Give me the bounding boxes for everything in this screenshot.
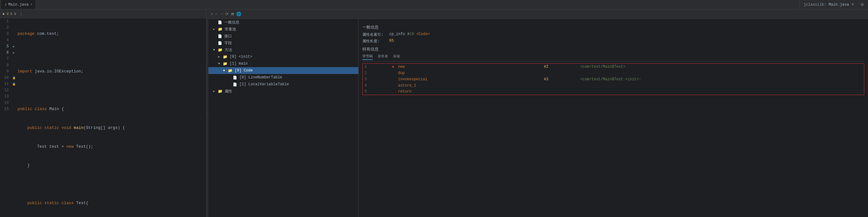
bytecode-table: 1 ◆ new #2 <com/test/Main$Test> 2 dup (362, 63, 864, 95)
main-content: ▲ 2 ∧ ∨ ⋮ 1 2 3 4 5 6 7 8 9 10 11 12 13 … (0, 9, 868, 217)
attr-name-value: cp_info #10 <Code> (389, 32, 430, 36)
tree-label-lnt: [0] LineNumberTable (239, 75, 282, 80)
bc-ref-3: <com/test/Main$Test.<init>: (578, 76, 864, 82)
tree-label-main: [1] main (230, 61, 248, 66)
line-numbers: 1 2 3 4 5 6 7 8 9 10 11 12 13 14 15 (0, 18, 11, 217)
line-num-8: 8 (0, 62, 9, 69)
tree-item-code[interactable]: ▼ 📁 [0] Code (208, 67, 358, 74)
bc-op-3: invokespecial (396, 76, 542, 82)
line-num-5: 5 (0, 43, 9, 50)
line-num-10: 10 (0, 75, 9, 81)
code-content[interactable]: package com.test; import java.io.IOExcep… (16, 18, 206, 217)
tab-misc[interactable]: 杂项 (393, 54, 400, 60)
tree-item-localvariabletable[interactable]: 📄 [1] LocalVariableTable (208, 81, 358, 88)
code-editor: ▲ 2 ∧ ∨ ⋮ 1 2 3 4 5 6 7 8 9 10 11 12 13 … (0, 9, 207, 217)
folder-icon-methods: 📁 (218, 48, 222, 52)
general-info-title: 一般信息 (362, 24, 864, 30)
nav-up-arrow[interactable]: ∧ (10, 11, 12, 16)
bytecode-row-1: 1 ◆ new #2 <com/test/Main$Test> (363, 64, 864, 70)
code-line-7: Test test = new Test(); (18, 144, 206, 150)
tree-arrow-code: ▼ (223, 69, 227, 73)
tree-item-fields[interactable]: 📄 字段 (208, 39, 358, 47)
line-num-14: 14 (0, 100, 9, 106)
line-num-9: 9 (0, 69, 9, 75)
bc-ln-4: 4 (363, 82, 390, 89)
file-icon-general: 📄 (218, 20, 222, 24)
classviewer-back-icon[interactable]: ← (216, 11, 218, 16)
folder-icon-init: 📁 (223, 55, 227, 59)
classviewer-save-icon[interactable]: ⬒ (231, 11, 234, 17)
bc-op-2: dup (396, 70, 542, 76)
bc-num-5 (542, 89, 579, 95)
classviewer-tab-close[interactable]: × (851, 2, 854, 7)
folder-icon-constants: 📁 (218, 27, 222, 32)
bc-op-4: astore_1 (396, 82, 542, 89)
attr-len-row: 属性长度: 65 (362, 38, 864, 44)
bc-ln-1: 1 (363, 64, 390, 70)
bc-ref-1: <com/test/Main$Test> (578, 64, 864, 70)
classviewer-refresh-icon[interactable]: ⟳ (225, 11, 229, 17)
tree-item-linenumbertable[interactable]: 📄 [0] LineNumberTable (208, 74, 358, 81)
cp-info-prefix: cp_info # (389, 32, 410, 36)
bc-num-3: #3 (542, 76, 579, 82)
tab-bytecode[interactable]: 字节码 (362, 54, 373, 60)
tree-item-interface[interactable]: 📄 接口 (208, 33, 358, 39)
line-num-6: 6 (0, 50, 9, 56)
code-line-10: public static class Test{ (18, 200, 206, 206)
bc-ref-2 (578, 70, 864, 76)
cp-info-num: 10 (410, 32, 414, 36)
line-num-4: 4 (0, 37, 9, 43)
file-icon-fields: 📄 (218, 41, 222, 45)
tree-item-init[interactable]: ▶ 📁 [0] <init> (208, 53, 358, 60)
tab-bar: J Main.java × jclasslib: Main.java × ⚙ (0, 0, 868, 9)
classviewer-close-icon[interactable]: ✕ (211, 12, 213, 16)
nav-down-arrow[interactable]: ∨ (14, 11, 16, 16)
warning-badge[interactable]: ▲ 2 (2, 12, 9, 16)
tree-label-attributes: 属性 (225, 89, 232, 94)
special-tabs: 字节码 异常表 杂项 (362, 54, 864, 61)
tree-label-fields: 字段 (224, 40, 232, 46)
tree-arrow-init: ▶ (218, 55, 222, 59)
tree-panel: 📄 一般信息 ▶ 📁 常量池 📄 接口 (208, 19, 359, 217)
bc-arrow-3 (390, 76, 396, 82)
tree-item-methods[interactable]: ▼ 📁 方法 (208, 47, 358, 53)
menu-dots-icon[interactable]: ⋮ (19, 11, 23, 16)
editor-tab[interactable]: J Main.java × (1, 0, 36, 9)
tree-arrow-constants: ▶ (213, 27, 217, 31)
classviewer-header: ✕ ← → ⟳ ⬒ 🌐 (208, 9, 868, 19)
tree-item-main[interactable]: ▼ 📁 [1] main (208, 60, 358, 67)
line-num-12: 12 (0, 87, 9, 93)
tree-item-constants[interactable]: ▶ 📁 常量池 (208, 26, 358, 33)
tab-exceptions[interactable]: 异常表 (378, 54, 388, 60)
bc-op-1: new (396, 64, 542, 70)
attr-len-value: 65 (389, 38, 394, 43)
bc-num-1: #2 (542, 64, 579, 70)
tree-item-attributes[interactable]: ▶ 📁 属性 (208, 88, 358, 95)
breakpoint-arrow-6[interactable]: ▶ (11, 50, 16, 56)
attr-name-label: 属性名索引: (362, 32, 388, 37)
gutter: ▶ ▶ 🔒 🔒 (11, 18, 16, 217)
classviewer-forward-icon[interactable]: → (220, 11, 223, 16)
folder-icon-code: 📁 (228, 69, 232, 73)
cp-info-suffix: <Code> (414, 32, 430, 36)
code-line-2 (18, 50, 206, 56)
lock-icon-11: 🔒 (11, 81, 16, 87)
breakpoint-arrow-5[interactable]: ▶ (11, 43, 16, 50)
settings-gear-icon[interactable]: ⚙ (861, 2, 864, 7)
line-num-15: 15 (0, 106, 9, 112)
bc-num-2 (542, 70, 579, 76)
editor-tab-close[interactable]: × (30, 3, 32, 6)
code-line-1: package com.test; (18, 31, 206, 37)
folder-icon-main: 📁 (223, 61, 227, 66)
bc-arrow-4 (390, 82, 396, 89)
classviewer-globe-icon[interactable]: 🌐 (236, 11, 241, 17)
attr-name-row: 属性名索引: cp_info #10 <Code> (362, 32, 864, 37)
line-num-11: 11 (0, 81, 9, 87)
lock-icon-10: 🔒 (11, 75, 16, 81)
tree-label-general: 一般信息 (224, 20, 239, 25)
code-line-9 (18, 181, 206, 188)
tree-item-general[interactable]: 📄 一般信息 (208, 19, 358, 26)
bc-arrow-2 (390, 70, 396, 76)
special-section: 特有信息 字节码 异常表 杂项 1 ◆ new #2 (362, 47, 864, 95)
file-icon-lvt: 📄 (233, 82, 237, 86)
